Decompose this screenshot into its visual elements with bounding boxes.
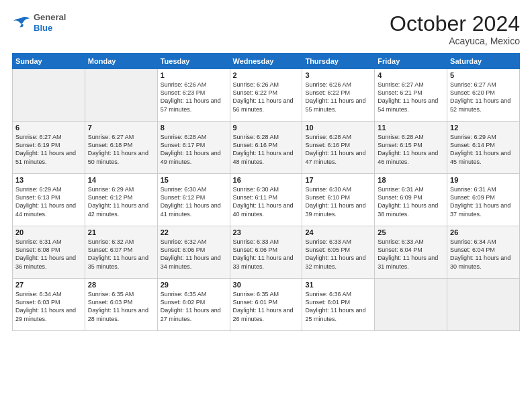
day-info: Sunrise: 6:33 AMSunset: 6:05 PMDaylight:… (305, 238, 371, 271)
day-info: Sunrise: 6:31 AMSunset: 6:09 PMDaylight:… (450, 185, 517, 218)
day-number: 9 (233, 124, 300, 132)
month-title: October 2024 (390, 12, 520, 36)
day-info: Sunrise: 6:34 AMSunset: 6:03 PMDaylight:… (15, 290, 82, 323)
page: General Blue October 2024 Acayuca, Mexic… (0, 0, 532, 411)
day-info: Sunrise: 6:33 AMSunset: 6:04 PMDaylight:… (378, 238, 444, 271)
day-info: Sunrise: 6:28 AMSunset: 6:16 PMDaylight:… (305, 133, 371, 166)
day-number: 10 (305, 124, 371, 132)
day-cell (375, 279, 447, 331)
day-cell: 14Sunrise: 6:29 AMSunset: 6:12 PMDayligh… (85, 174, 157, 226)
calendar-table: Sunday Monday Tuesday Wednesday Thursday… (12, 53, 520, 331)
day-number: 21 (88, 228, 154, 236)
day-info: Sunrise: 6:32 AMSunset: 6:07 PMDaylight:… (88, 238, 154, 271)
day-info: Sunrise: 6:35 AMSunset: 6:03 PMDaylight:… (88, 290, 154, 323)
day-cell: 8Sunrise: 6:28 AMSunset: 6:17 PMDaylight… (157, 122, 230, 174)
col-sunday: Sunday (13, 54, 85, 69)
day-number: 22 (161, 228, 227, 236)
col-tuesday: Tuesday (157, 54, 230, 69)
day-info: Sunrise: 6:26 AMSunset: 6:22 PMDaylight:… (305, 81, 371, 113)
day-cell: 22Sunrise: 6:32 AMSunset: 6:06 PMDayligh… (157, 226, 230, 279)
day-number: 11 (378, 124, 444, 132)
day-cell: 17Sunrise: 6:30 AMSunset: 6:10 PMDayligh… (302, 174, 375, 226)
day-cell: 4Sunrise: 6:27 AMSunset: 6:21 PMDaylight… (375, 69, 447, 122)
day-cell: 1Sunrise: 6:26 AMSunset: 6:23 PMDaylight… (157, 69, 230, 122)
day-number: 5 (450, 71, 517, 79)
day-number: 17 (305, 176, 371, 184)
day-number: 1 (161, 71, 227, 79)
day-number: 13 (15, 176, 82, 184)
day-cell: 2Sunrise: 6:26 AMSunset: 6:22 PMDaylight… (230, 69, 302, 122)
col-friday: Friday (375, 54, 447, 69)
day-info: Sunrise: 6:31 AMSunset: 6:09 PMDaylight:… (378, 185, 444, 218)
day-cell: 28Sunrise: 6:35 AMSunset: 6:03 PMDayligh… (85, 279, 157, 331)
day-info: Sunrise: 6:33 AMSunset: 6:06 PMDaylight:… (233, 238, 300, 271)
day-info: Sunrise: 6:29 AMSunset: 6:13 PMDaylight:… (15, 185, 82, 218)
day-cell: 20Sunrise: 6:31 AMSunset: 6:08 PMDayligh… (13, 226, 85, 279)
day-cell: 19Sunrise: 6:31 AMSunset: 6:09 PMDayligh… (447, 174, 520, 226)
day-info: Sunrise: 6:28 AMSunset: 6:17 PMDaylight:… (161, 133, 227, 166)
day-number: 12 (450, 124, 517, 132)
day-number: 7 (88, 124, 154, 132)
day-info: Sunrise: 6:26 AMSunset: 6:22 PMDaylight:… (233, 81, 300, 113)
calendar-body: 1Sunrise: 6:26 AMSunset: 6:23 PMDaylight… (13, 69, 520, 331)
day-cell: 10Sunrise: 6:28 AMSunset: 6:16 PMDayligh… (302, 122, 375, 174)
day-info: Sunrise: 6:29 AMSunset: 6:12 PMDaylight:… (88, 185, 154, 218)
header-row: Sunday Monday Tuesday Wednesday Thursday… (13, 54, 520, 69)
day-cell: 18Sunrise: 6:31 AMSunset: 6:09 PMDayligh… (375, 174, 447, 226)
day-number: 28 (88, 281, 154, 289)
day-cell: 23Sunrise: 6:33 AMSunset: 6:06 PMDayligh… (230, 226, 302, 279)
week-row-5: 27Sunrise: 6:34 AMSunset: 6:03 PMDayligh… (13, 279, 520, 331)
day-info: Sunrise: 6:32 AMSunset: 6:06 PMDaylight:… (161, 238, 227, 271)
day-cell (447, 279, 520, 331)
day-info: Sunrise: 6:26 AMSunset: 6:23 PMDaylight:… (161, 81, 227, 113)
location: Acayuca, Mexico (390, 36, 520, 46)
day-number: 4 (378, 71, 444, 79)
day-info: Sunrise: 6:28 AMSunset: 6:16 PMDaylight:… (233, 133, 300, 166)
day-cell: 24Sunrise: 6:33 AMSunset: 6:05 PMDayligh… (302, 226, 375, 279)
title-block: October 2024 Acayuca, Mexico (390, 12, 520, 46)
day-cell: 30Sunrise: 6:35 AMSunset: 6:01 PMDayligh… (230, 279, 302, 331)
day-number: 20 (15, 228, 82, 236)
day-number: 18 (378, 176, 444, 184)
day-number: 15 (161, 176, 227, 184)
day-number: 19 (450, 176, 517, 184)
day-number: 3 (305, 71, 371, 79)
day-cell: 5Sunrise: 6:27 AMSunset: 6:20 PMDaylight… (447, 69, 520, 122)
logo-general: General (34, 12, 66, 22)
day-number: 27 (15, 281, 82, 289)
day-info: Sunrise: 6:30 AMSunset: 6:12 PMDaylight:… (161, 185, 227, 218)
day-number: 23 (233, 228, 300, 236)
logo-blue: Blue (34, 23, 52, 33)
day-cell: 31Sunrise: 6:36 AMSunset: 6:01 PMDayligh… (302, 279, 375, 331)
day-info: Sunrise: 6:35 AMSunset: 6:02 PMDaylight:… (161, 290, 227, 323)
col-monday: Monday (85, 54, 157, 69)
day-cell: 21Sunrise: 6:32 AMSunset: 6:07 PMDayligh… (85, 226, 157, 279)
logo: General Blue (12, 12, 66, 33)
day-number: 14 (88, 176, 154, 184)
col-thursday: Thursday (302, 54, 375, 69)
day-cell: 7Sunrise: 6:27 AMSunset: 6:18 PMDaylight… (85, 122, 157, 174)
day-number: 6 (15, 124, 82, 132)
day-number: 31 (305, 281, 371, 289)
day-cell: 6Sunrise: 6:27 AMSunset: 6:19 PMDaylight… (13, 122, 85, 174)
day-info: Sunrise: 6:27 AMSunset: 6:21 PMDaylight:… (378, 81, 444, 113)
header: General Blue October 2024 Acayuca, Mexic… (12, 12, 520, 46)
day-cell (85, 69, 157, 122)
day-cell: 15Sunrise: 6:30 AMSunset: 6:12 PMDayligh… (157, 174, 230, 226)
col-wednesday: Wednesday (230, 54, 302, 69)
day-number: 30 (233, 281, 300, 289)
day-cell: 27Sunrise: 6:34 AMSunset: 6:03 PMDayligh… (13, 279, 85, 331)
logo-bird-icon (12, 15, 31, 30)
day-info: Sunrise: 6:27 AMSunset: 6:20 PMDaylight:… (450, 81, 517, 113)
day-info: Sunrise: 6:27 AMSunset: 6:18 PMDaylight:… (88, 133, 154, 166)
day-number: 29 (161, 281, 227, 289)
day-cell: 12Sunrise: 6:29 AMSunset: 6:14 PMDayligh… (447, 122, 520, 174)
day-info: Sunrise: 6:30 AMSunset: 6:11 PMDaylight:… (233, 185, 300, 218)
day-cell (13, 69, 85, 122)
day-info: Sunrise: 6:27 AMSunset: 6:19 PMDaylight:… (15, 133, 82, 166)
day-cell: 16Sunrise: 6:30 AMSunset: 6:11 PMDayligh… (230, 174, 302, 226)
week-row-2: 6Sunrise: 6:27 AMSunset: 6:19 PMDaylight… (13, 122, 520, 174)
col-saturday: Saturday (447, 54, 520, 69)
day-cell: 9Sunrise: 6:28 AMSunset: 6:16 PMDaylight… (230, 122, 302, 174)
day-cell: 13Sunrise: 6:29 AMSunset: 6:13 PMDayligh… (13, 174, 85, 226)
